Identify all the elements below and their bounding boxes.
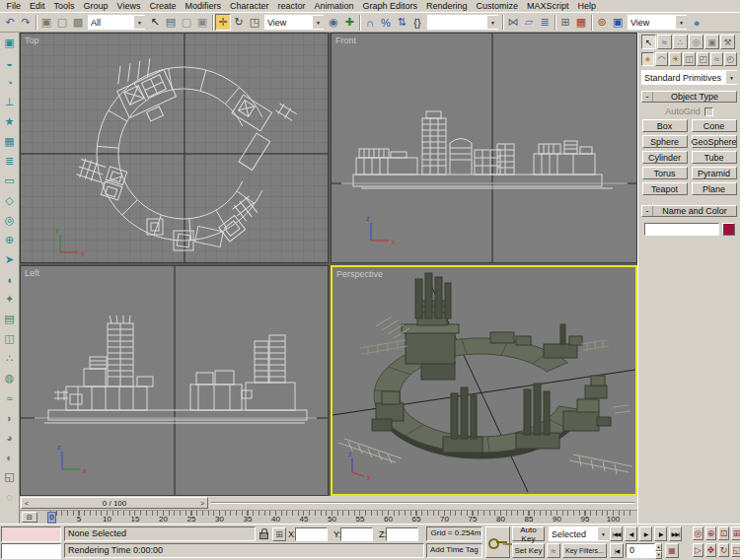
- maxscript-mini-listener-pink[interactable]: [1, 526, 61, 542]
- toolbar-icon[interactable]: ◳: [247, 14, 262, 31]
- z-field[interactable]: [386, 527, 418, 541]
- toolbar-icon[interactable]: ▣: [194, 14, 210, 31]
- add-time-tag[interactable]: Add Time Tag: [426, 543, 482, 558]
- left-toolbar-icon[interactable]: ▦: [2, 134, 18, 149]
- toolbar-icon[interactable]: %: [378, 14, 394, 31]
- viewport-front[interactable]: z x Front: [331, 33, 637, 263]
- chevron-down-icon[interactable]: ▼: [134, 16, 145, 29]
- playback-button[interactable]: |▶: [654, 526, 667, 541]
- command-panel-tab[interactable]: ⚒: [720, 35, 735, 49]
- maxscript-mini-listener-white[interactable]: [1, 543, 61, 559]
- left-toolbar-icon[interactable]: ▣: [2, 35, 18, 50]
- left-toolbar-icon[interactable]: ➤: [2, 252, 18, 267]
- key-mode-toggle[interactable]: |◀: [610, 543, 624, 558]
- subcategory-icon[interactable]: ≈: [710, 52, 723, 66]
- absolute-mode-button[interactable]: ⊞: [272, 527, 286, 541]
- toolbar-icon[interactable]: ⊞: [557, 14, 573, 31]
- toolbar-icon[interactable]: ▢: [54, 14, 70, 31]
- set-key-button[interactable]: Set Key: [512, 543, 545, 558]
- object-type-button[interactable]: Box: [642, 119, 688, 132]
- object-type-button[interactable]: Plane: [692, 182, 737, 195]
- toolbar-icon[interactable]: ✚: [341, 14, 357, 31]
- left-toolbar-icon[interactable]: ≣: [2, 154, 18, 169]
- left-toolbar-icon[interactable]: ◔: [2, 75, 18, 90]
- object-type-button[interactable]: GeoSphere: [692, 135, 737, 148]
- command-panel-tab[interactable]: ▣: [704, 35, 719, 49]
- object-type-button[interactable]: Cylinder: [642, 151, 688, 164]
- menu-item[interactable]: Rendering: [422, 1, 473, 11]
- command-panel-tab[interactable]: ∴: [673, 35, 688, 49]
- autogrid-checkbox[interactable]: [704, 107, 713, 116]
- toolbar-icon[interactable]: ↷: [18, 14, 34, 31]
- toolbar-icon[interactable]: ✛: [215, 14, 231, 31]
- left-toolbar-icon[interactable]: ★: [2, 114, 18, 129]
- chevron-down-icon[interactable]: ▼: [313, 16, 324, 29]
- collapse-icon[interactable]: -: [642, 92, 653, 102]
- next-frame-arrow[interactable]: >: [197, 500, 207, 507]
- menu-item[interactable]: Edit: [26, 1, 50, 11]
- left-toolbar-icon[interactable]: ◗: [2, 410, 18, 425]
- prev-frame-arrow[interactable]: <: [22, 500, 32, 507]
- mini-curve-editor-button[interactable]: ⊟: [22, 512, 37, 523]
- key-mode-dropdown[interactable]: Selected▼: [549, 526, 609, 541]
- left-toolbar-icon[interactable]: ◱: [2, 469, 18, 484]
- menu-item[interactable]: Create: [145, 1, 181, 11]
- toolbar-icon[interactable]: ⋈: [505, 14, 521, 31]
- command-panel-tab[interactable]: ◎: [689, 35, 703, 49]
- viewport-label[interactable]: Front: [335, 35, 356, 45]
- viewport-label[interactable]: Left: [25, 268, 39, 278]
- toolbar-icon[interactable]: ▱: [521, 14, 537, 31]
- subcategory-icon[interactable]: ◠: [655, 52, 668, 66]
- left-toolbar-icon[interactable]: ▭: [2, 174, 18, 188]
- viewport-nav-button[interactable]: ↻: [718, 543, 729, 557]
- viewport-label[interactable]: Top: [25, 35, 39, 45]
- toolbar-icon[interactable]: ↖: [147, 14, 163, 31]
- menu-item[interactable]: Help: [573, 1, 601, 11]
- time-slider-track[interactable]: [211, 502, 634, 504]
- menu-item[interactable]: Graph Editors: [358, 1, 422, 11]
- subcategory-icon[interactable]: ●: [641, 52, 654, 66]
- x-field[interactable]: [295, 527, 328, 541]
- viewport-nav-button[interactable]: ⊡: [718, 526, 729, 540]
- selection-filter-dropdown[interactable]: All▼: [88, 15, 145, 30]
- toolbar-icon[interactable]: {}: [409, 14, 425, 31]
- viewport-nav-button[interactable]: ▷: [693, 543, 703, 557]
- y-field[interactable]: [340, 527, 373, 541]
- toolbar-icon[interactable]: ●: [689, 14, 704, 31]
- object-type-button[interactable]: Sphere: [642, 135, 688, 148]
- left-toolbar-icon[interactable]: ◍: [2, 371, 18, 385]
- menu-item[interactable]: MAXScript: [523, 1, 574, 11]
- left-toolbar-icon[interactable]: ◒: [2, 55, 18, 70]
- current-frame-field[interactable]: 0: [626, 543, 655, 558]
- subcategory-icon[interactable]: ◴: [724, 52, 737, 66]
- name-color-rollout[interactable]: - Name and Color: [641, 205, 737, 217]
- toolbar-icon[interactable]: ≣: [537, 14, 553, 31]
- left-toolbar-icon[interactable]: ◎: [2, 213, 18, 228]
- ref-coord-dropdown[interactable]: View▼: [264, 15, 324, 30]
- subcategory-icon[interactable]: ◰: [697, 52, 709, 66]
- viewport-nav-button[interactable]: ◎: [693, 526, 703, 540]
- menu-item[interactable]: Character: [225, 1, 273, 11]
- named-selection-dropdown[interactable]: ▼: [427, 15, 498, 30]
- menu-item[interactable]: Animation: [310, 1, 358, 11]
- selection-lock-icon[interactable]: [259, 532, 268, 539]
- menu-item[interactable]: Tools: [49, 1, 79, 11]
- left-toolbar-icon[interactable]: ◇: [2, 193, 18, 208]
- left-toolbar-icon[interactable]: ◕: [2, 430, 18, 445]
- viewport-nav-button[interactable]: ✥: [705, 543, 716, 557]
- left-toolbar-icon[interactable]: ▤: [2, 312, 18, 326]
- viewport-left[interactable]: z x Left: [20, 265, 329, 496]
- toolbar-icon[interactable]: ▣: [38, 14, 54, 31]
- object-type-rollout[interactable]: - Object Type: [641, 91, 737, 103]
- menu-item[interactable]: Group: [79, 1, 112, 11]
- subcategory-icon[interactable]: ◫: [683, 52, 696, 66]
- collapse-icon[interactable]: -: [642, 206, 653, 216]
- command-panel-tab[interactable]: ↖: [641, 35, 656, 49]
- playback-button[interactable]: ▶: [639, 526, 652, 541]
- primitive-category-dropdown[interactable]: Standard Primitives ▼: [641, 70, 737, 85]
- left-toolbar-icon[interactable]: ◐: [2, 450, 18, 464]
- toolbar-icon[interactable]: ◉: [326, 14, 341, 31]
- toolbar-icon[interactable]: ↻: [231, 14, 247, 31]
- object-type-button[interactable]: Pyramid: [692, 167, 737, 179]
- playback-button[interactable]: ▶▶|: [669, 526, 682, 541]
